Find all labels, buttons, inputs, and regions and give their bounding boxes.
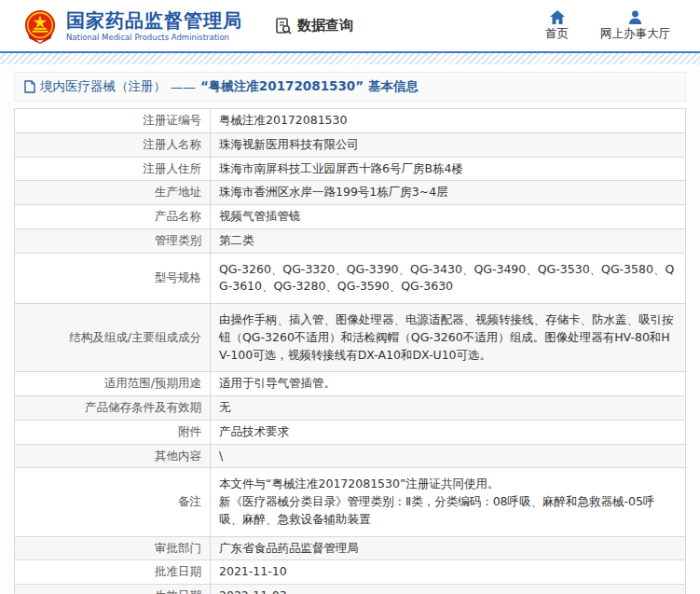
row-label: 注册人住所 [15, 158, 211, 181]
row-label-text: 产品储存条件及有效期 [85, 399, 201, 417]
nmpa-logo[interactable]: 国家药品监督管理局 National Medical Products Admi… [22, 8, 242, 44]
table-row: 管理类别第二类 [15, 229, 685, 254]
table-row: 生效日期2022-11-03 [15, 585, 685, 594]
row-label-text: 生产地址 [155, 184, 201, 201]
row-label-text: 适用范围/预期用途 [104, 375, 201, 393]
row-value: 视频气管插管镜 [211, 205, 685, 228]
row-value: 珠海视新医用科技有限公司 [211, 133, 685, 157]
table-row: 产品储存条件及有效期无 [15, 396, 685, 421]
row-value-text: 本文件与“粤械注准20172081530”注册证共同使用。 新《医疗器械分类目录… [219, 476, 677, 528]
table-row: 型号规格QG-3260、QG-3320、QG-3390、QG-3430、QG-3… [15, 254, 685, 305]
table-row: 适用范围/预期用途适用于引导气管插管。 [15, 372, 685, 396]
row-label: 管理类别 [15, 229, 211, 253]
row-value-text: 珠海市南屏科技工业园屏西十路6号厂房B栋4楼 [219, 160, 463, 178]
page-title-dash: —— [171, 79, 196, 94]
top-nav: 首页 网上办事大厅 [545, 10, 670, 42]
row-value-text: 粤械注准20172081530 [219, 112, 347, 130]
row-label-text: 注册人住所 [144, 160, 202, 178]
row-label: 产品储存条件及有效期 [15, 396, 211, 420]
table-row: 注册人名称珠海视新医用科技有限公司 [15, 133, 685, 158]
table-row: 附件产品技术要求 [15, 421, 685, 445]
row-value-text: 2022-11-03 [219, 587, 287, 594]
document-icon [24, 80, 35, 93]
table-row: 审批部门广东省食品药品监督管理局 [15, 537, 685, 561]
row-value: 由操作手柄、插入管、图像处理器、电源适配器、视频转接线、存储卡、防水盖、吸引按钮… [211, 304, 685, 371]
table-row: 备注本文件与“粤械注准20172081530”注册证共同使用。 新《医疗器械分类… [15, 468, 685, 536]
row-value: 第二类 [211, 229, 685, 253]
row-value: QG-3260、QG-3320、QG-3390、QG-3430、QG-3490、… [211, 254, 685, 304]
row-label: 备注 [15, 468, 211, 535]
data-query-button[interactable]: 数据查询 [274, 17, 353, 35]
row-label-text: 其他内容 [155, 448, 201, 465]
brand-title-en: National Medical Products Administration [66, 33, 242, 42]
main-content: 境内医疗器械（注册） —— “粤械注准20172081530” 基本信息 注册证… [0, 64, 700, 594]
row-label-text: 产品名称 [155, 208, 201, 226]
table-row: 其他内容\ [15, 445, 685, 469]
row-label-text: 型号规格 [155, 269, 201, 287]
row-value-text: QG-3260、QG-3320、QG-3390、QG-3430、QG-3490、… [219, 261, 677, 297]
nav-service-hall[interactable]: 网上办事大厅 [600, 10, 670, 42]
row-label-text: 生效日期 [155, 587, 201, 594]
row-value-text: \ [219, 448, 223, 465]
top-header: 国家药品监督管理局 National Medical Products Admi… [0, 0, 700, 51]
table-row: 注册证编号粤械注准20172081530 [15, 109, 685, 133]
row-label: 注册人名称 [15, 133, 211, 157]
table-row: 产品名称视频气管插管镜 [15, 205, 685, 229]
row-label: 注册证编号 [15, 109, 211, 132]
row-label: 型号规格 [15, 254, 211, 304]
row-label-text: 管理类别 [155, 232, 201, 250]
row-label-text: 批准日期 [155, 563, 201, 581]
row-value: 本文件与“粤械注准20172081530”注册证共同使用。 新《医疗器械分类目录… [211, 468, 685, 535]
row-value-text: 珠海市香洲区水岸一路199号1栋厂房3~4层 [219, 184, 448, 201]
nav-hall-label: 网上办事大厅 [600, 26, 670, 42]
national-emblem-icon [22, 8, 58, 44]
row-value: 产品技术要求 [211, 421, 685, 444]
brand-text: 国家药品监督管理局 National Medical Products Admi… [66, 10, 242, 42]
table-row: 生产地址珠海市香洲区水岸一路199号1栋厂房3~4层 [15, 181, 685, 205]
row-label-text: 附件 [178, 423, 201, 441]
table-row: 注册人住所珠海市南屏科技工业园屏西十路6号厂房B栋4楼 [15, 158, 685, 182]
row-label: 生产地址 [15, 181, 211, 204]
row-value-text: 无 [219, 399, 231, 417]
row-value: 2021-11-10 [211, 560, 685, 584]
page-title-cert: “粤械注准20172081530” [200, 78, 364, 95]
row-value-text: 产品技术要求 [219, 423, 289, 441]
row-value-text: 视频气管插管镜 [219, 208, 301, 226]
row-label: 适用范围/预期用途 [15, 372, 211, 395]
home-icon [550, 10, 565, 24]
row-value-text: 2021-11-10 [219, 563, 287, 581]
row-value: 粤械注准20172081530 [211, 109, 685, 132]
data-query-label: 数据查询 [297, 17, 353, 35]
row-label: 其他内容 [15, 445, 211, 468]
row-value-text: 由操作手柄、插入管、图像处理器、电源适配器、视频转接线、存储卡、防水盖、吸引按钮… [219, 311, 677, 364]
row-label-text: 审批部门 [155, 540, 201, 558]
row-label-text: 注册人名称 [144, 136, 202, 154]
row-label: 批准日期 [15, 560, 211, 584]
row-value: 珠海市南屏科技工业园屏西十路6号厂房B栋4楼 [211, 158, 685, 181]
row-value-text: 珠海视新医用科技有限公司 [219, 136, 359, 154]
row-value-text: 第二类 [219, 232, 254, 250]
row-value: \ [211, 445, 685, 468]
row-value: 珠海市香洲区水岸一路199号1栋厂房3~4层 [211, 181, 685, 204]
page-title: 境内医疗器械（注册） —— “粤械注准20172081530” 基本信息 [14, 72, 686, 102]
row-label: 附件 [15, 421, 211, 444]
row-label: 产品名称 [15, 205, 211, 228]
page-title-prefix: 境内医疗器械（注册） [40, 78, 166, 95]
nav-home[interactable]: 首页 [545, 10, 569, 42]
table-row: 结构及组成/主要组成成分由操作手柄、插入管、图像处理器、电源适配器、视频转接线、… [15, 304, 685, 372]
row-label-text: 结构及组成/主要组成成分 [69, 329, 201, 347]
row-value-text: 广东省食品药品监督管理局 [219, 540, 359, 558]
row-value: 无 [211, 396, 685, 420]
row-label-text: 备注 [178, 493, 201, 511]
row-value: 适用于引导气管插管。 [211, 372, 685, 395]
row-value: 2022-11-03 [211, 585, 685, 594]
page-title-suffix: 基本信息 [368, 78, 419, 95]
row-label: 生效日期 [15, 585, 211, 594]
data-query-icon [274, 17, 293, 35]
row-label: 结构及组成/主要组成成分 [15, 304, 211, 371]
hatch-band [0, 53, 700, 64]
row-value: 广东省食品药品监督管理局 [211, 537, 685, 560]
brand-title-cn: 国家药品监督管理局 [66, 10, 242, 32]
registration-info-table: 注册证编号粤械注准20172081530注册人名称珠海视新医用科技有限公司注册人… [14, 108, 686, 594]
row-value-text: 适用于引导气管插管。 [219, 375, 336, 393]
